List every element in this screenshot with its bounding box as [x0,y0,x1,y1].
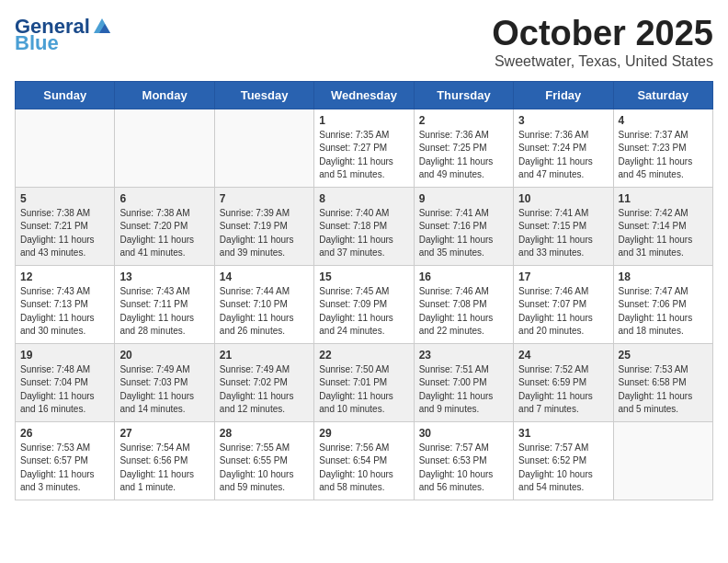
day-info: Sunrise: 7:49 AMSunset: 7:03 PMDaylight:… [119,363,209,417]
day-info: Sunrise: 7:43 AMSunset: 7:13 PMDaylight:… [20,285,109,339]
day-info: Sunrise: 7:51 AMSunset: 7:00 PMDaylight:… [419,363,508,417]
day-number: 21 [220,349,309,362]
day-info: Sunrise: 7:57 AMSunset: 6:53 PMDaylight:… [419,442,508,495]
calendar-cell [16,109,115,187]
day-number: 7 [220,192,309,205]
day-number: 3 [518,114,608,127]
day-number: 15 [319,270,408,283]
day-number: 31 [518,427,608,440]
day-info: Sunrise: 7:49 AMSunset: 7:02 PMDaylight:… [220,363,309,417]
calendar-cell: 25Sunrise: 7:53 AMSunset: 6:58 PMDayligh… [613,343,712,421]
calendar-cell: 24Sunrise: 7:52 AMSunset: 6:59 PMDayligh… [514,343,613,421]
day-info: Sunrise: 7:41 AMSunset: 7:15 PMDaylight:… [518,207,608,260]
calendar-table: SundayMondayTuesdayWednesdayThursdayFrid… [15,81,713,500]
day-number: 26 [20,427,109,440]
week-row-2: 5Sunrise: 7:38 AMSunset: 7:21 PMDaylight… [16,187,713,265]
day-number: 13 [119,270,209,283]
calendar-cell: 21Sunrise: 7:49 AMSunset: 7:02 PMDayligh… [214,343,313,421]
weekday-header-row: SundayMondayTuesdayWednesdayThursdayFrid… [16,81,713,109]
day-info: Sunrise: 7:53 AMSunset: 6:57 PMDaylight:… [20,442,109,495]
calendar-cell: 7Sunrise: 7:39 AMSunset: 7:19 PMDaylight… [214,187,313,265]
day-number: 2 [419,114,508,127]
month-title: October 2025 [492,15,713,53]
calendar-cell [115,109,214,187]
day-info: Sunrise: 7:38 AMSunset: 7:20 PMDaylight:… [119,207,209,260]
calendar-cell: 15Sunrise: 7:45 AMSunset: 7:09 PMDayligh… [314,265,414,343]
day-number: 24 [518,349,608,362]
calendar-cell: 12Sunrise: 7:43 AMSunset: 7:13 PMDayligh… [16,265,115,343]
day-info: Sunrise: 7:41 AMSunset: 7:16 PMDaylight:… [419,207,508,260]
weekday-header-saturday: Saturday [613,81,712,109]
calendar-cell: 2Sunrise: 7:36 AMSunset: 7:25 PMDaylight… [414,109,513,187]
day-info: Sunrise: 7:55 AMSunset: 6:55 PMDaylight:… [220,442,309,495]
calendar-cell [613,421,712,500]
day-info: Sunrise: 7:45 AMSunset: 7:09 PMDaylight:… [319,285,408,339]
day-number: 23 [419,349,508,362]
day-number: 16 [419,270,508,283]
day-info: Sunrise: 7:35 AMSunset: 7:27 PMDaylight:… [319,129,408,182]
day-number: 9 [419,192,508,205]
day-info: Sunrise: 7:56 AMSunset: 6:54 PMDaylight:… [319,442,408,495]
day-number: 1 [319,114,408,127]
page-header: General Blue October 2025 Sweetwater, Te… [15,15,713,70]
logo-blue: Blue [15,35,59,52]
day-number: 8 [319,192,408,205]
calendar-cell: 19Sunrise: 7:48 AMSunset: 7:04 PMDayligh… [16,343,115,421]
weekday-header-tuesday: Tuesday [214,81,313,109]
day-info: Sunrise: 7:36 AMSunset: 7:24 PMDaylight:… [518,129,608,182]
calendar-cell: 27Sunrise: 7:54 AMSunset: 6:56 PMDayligh… [115,421,214,500]
calendar-cell: 29Sunrise: 7:56 AMSunset: 6:54 PMDayligh… [314,421,414,500]
logo: General Blue [15,15,112,52]
logo-icon [92,17,112,37]
calendar-cell: 13Sunrise: 7:43 AMSunset: 7:11 PMDayligh… [115,265,214,343]
calendar-cell: 30Sunrise: 7:57 AMSunset: 6:53 PMDayligh… [414,421,513,500]
day-info: Sunrise: 7:38 AMSunset: 7:21 PMDaylight:… [20,207,109,260]
day-number: 27 [119,427,209,440]
weekday-header-sunday: Sunday [16,81,115,109]
day-info: Sunrise: 7:43 AMSunset: 7:11 PMDaylight:… [119,285,209,339]
calendar-cell: 18Sunrise: 7:47 AMSunset: 7:06 PMDayligh… [613,265,712,343]
weekday-header-wednesday: Wednesday [314,81,414,109]
calendar-cell: 14Sunrise: 7:44 AMSunset: 7:10 PMDayligh… [214,265,313,343]
day-number: 19 [20,349,109,362]
day-number: 4 [619,114,708,127]
day-info: Sunrise: 7:48 AMSunset: 7:04 PMDaylight:… [20,363,109,417]
calendar-cell: 20Sunrise: 7:49 AMSunset: 7:03 PMDayligh… [115,343,214,421]
day-info: Sunrise: 7:50 AMSunset: 7:01 PMDaylight:… [319,363,408,417]
day-number: 6 [119,192,209,205]
calendar-cell: 31Sunrise: 7:57 AMSunset: 6:52 PMDayligh… [514,421,613,500]
day-info: Sunrise: 7:36 AMSunset: 7:25 PMDaylight:… [419,129,508,182]
day-number: 5 [20,192,109,205]
day-number: 20 [119,349,209,362]
day-info: Sunrise: 7:47 AMSunset: 7:06 PMDaylight:… [619,285,708,339]
calendar-cell: 3Sunrise: 7:36 AMSunset: 7:24 PMDaylight… [514,109,613,187]
day-info: Sunrise: 7:54 AMSunset: 6:56 PMDaylight:… [119,442,209,495]
calendar-cell: 23Sunrise: 7:51 AMSunset: 7:00 PMDayligh… [414,343,513,421]
location: Sweetwater, Texas, United States [492,53,713,70]
weekday-header-thursday: Thursday [414,81,513,109]
day-info: Sunrise: 7:39 AMSunset: 7:19 PMDaylight:… [220,207,309,260]
week-row-3: 12Sunrise: 7:43 AMSunset: 7:13 PMDayligh… [16,265,713,343]
day-number: 29 [319,427,408,440]
week-row-1: 1Sunrise: 7:35 AMSunset: 7:27 PMDaylight… [16,109,713,187]
calendar-cell: 22Sunrise: 7:50 AMSunset: 7:01 PMDayligh… [314,343,414,421]
title-block: October 2025 Sweetwater, Texas, United S… [492,15,713,70]
day-info: Sunrise: 7:46 AMSunset: 7:07 PMDaylight:… [518,285,608,339]
calendar-cell: 10Sunrise: 7:41 AMSunset: 7:15 PMDayligh… [514,187,613,265]
calendar-cell: 8Sunrise: 7:40 AMSunset: 7:18 PMDaylight… [314,187,414,265]
calendar-cell: 16Sunrise: 7:46 AMSunset: 7:08 PMDayligh… [414,265,513,343]
day-number: 10 [518,192,608,205]
calendar-cell: 17Sunrise: 7:46 AMSunset: 7:07 PMDayligh… [514,265,613,343]
calendar-cell: 9Sunrise: 7:41 AMSunset: 7:16 PMDaylight… [414,187,513,265]
day-number: 28 [220,427,309,440]
week-row-4: 19Sunrise: 7:48 AMSunset: 7:04 PMDayligh… [16,343,713,421]
day-number: 30 [419,427,508,440]
day-info: Sunrise: 7:37 AMSunset: 7:23 PMDaylight:… [619,129,708,182]
day-info: Sunrise: 7:42 AMSunset: 7:14 PMDaylight:… [619,207,708,260]
day-info: Sunrise: 7:52 AMSunset: 6:59 PMDaylight:… [518,363,608,417]
calendar-cell: 4Sunrise: 7:37 AMSunset: 7:23 PMDaylight… [613,109,712,187]
day-number: 14 [220,270,309,283]
day-number: 11 [619,192,708,205]
calendar-cell: 1Sunrise: 7:35 AMSunset: 7:27 PMDaylight… [314,109,414,187]
day-info: Sunrise: 7:46 AMSunset: 7:08 PMDaylight:… [419,285,508,339]
